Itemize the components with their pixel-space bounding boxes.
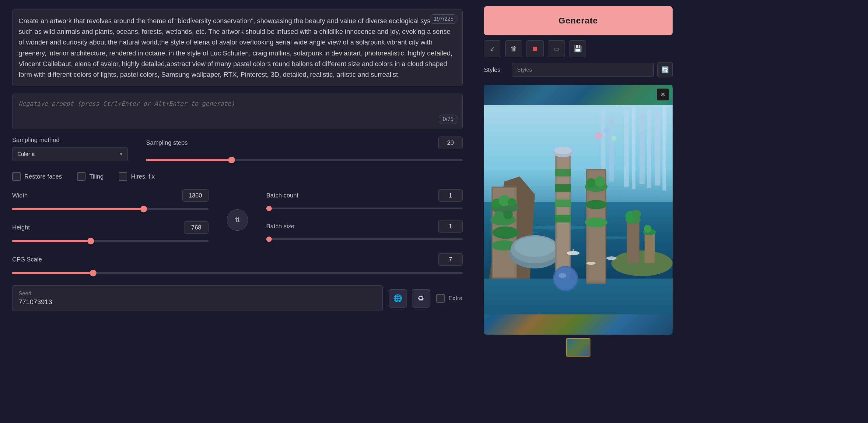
sampling-steps-value[interactable]: 20 <box>438 137 463 149</box>
trash-button[interactable]: 🗑 <box>505 40 522 57</box>
cfg-slider-thumb[interactable] <box>90 270 96 276</box>
svg-point-40 <box>585 200 607 209</box>
svg-point-41 <box>585 218 608 227</box>
styles-select[interactable]: Styles <box>512 63 654 77</box>
sampling-steps-label: Sampling steps <box>146 139 188 146</box>
height-slider-track <box>12 240 209 242</box>
seed-buttons: 🌐 ♻ <box>389 289 430 308</box>
sampling-method-select[interactable]: Euler a <box>12 147 128 161</box>
generated-image: ✕ <box>484 85 673 335</box>
sampling-method-label: Sampling method <box>12 137 128 144</box>
svg-rect-45 <box>627 220 640 263</box>
extra-checkbox[interactable] <box>436 294 445 303</box>
sampling-method-group: Sampling method Euler a ▼ <box>12 137 128 161</box>
styles-row: Styles Styles 🔄 <box>484 62 673 77</box>
save-button[interactable]: 💾 <box>569 40 586 57</box>
seed-input-container[interactable]: Seed 771073913 <box>12 285 382 311</box>
steps-header: Sampling steps 20 <box>146 137 463 149</box>
neg-char-count-badge: 0/75 <box>439 115 458 124</box>
svg-rect-3 <box>640 113 645 185</box>
svg-point-54 <box>606 256 617 260</box>
batch-count-track <box>266 207 463 209</box>
cfg-slider-fill <box>12 272 93 274</box>
seed-section: Seed 771073913 🌐 ♻ Extra <box>12 285 463 311</box>
svg-point-60 <box>554 267 577 290</box>
width-header: Width 1360 <box>12 189 209 202</box>
svg-rect-2 <box>632 108 636 189</box>
batch-count-thumb[interactable] <box>266 206 272 211</box>
styles-refresh-icon: 🔄 <box>661 66 669 74</box>
batch-section: Batch count 1 Batch size <box>266 189 463 242</box>
save-icon: 💾 <box>574 45 582 53</box>
svg-rect-4 <box>647 109 651 188</box>
batch-size-thumb[interactable] <box>266 236 272 242</box>
hires-fix-checkbox[interactable]: Hires. fix <box>119 172 155 181</box>
seed-random-button[interactable]: 🌐 <box>389 289 407 308</box>
batch-count-slider[interactable] <box>266 205 463 212</box>
negative-prompt-container[interactable]: 0/75 <box>12 93 463 129</box>
seed-value: 771073913 <box>19 298 376 306</box>
skip-button[interactable]: ▭ <box>548 40 565 57</box>
prompt-container[interactable]: Create an artwork that revolves around t… <box>12 9 463 86</box>
height-value[interactable]: 768 <box>184 221 209 234</box>
stop-icon: ⏹ <box>532 45 538 53</box>
stop-button[interactable]: ⏹ <box>527 40 544 57</box>
batch-size-value[interactable]: 1 <box>438 220 463 232</box>
batch-size-slider[interactable] <box>266 236 463 242</box>
swap-dimensions-button[interactable]: ⇅ <box>227 209 248 231</box>
tiling-label: Tiling <box>89 173 103 180</box>
generate-button[interactable]: Generate <box>484 6 673 35</box>
close-image-button[interactable]: ✕ <box>657 88 669 101</box>
width-slider-fill <box>12 208 144 210</box>
tiling-checkbox[interactable]: Tiling <box>77 172 103 181</box>
cfg-slider[interactable] <box>12 270 463 277</box>
svg-point-36 <box>554 147 572 154</box>
svg-point-51 <box>644 225 651 232</box>
undo-button[interactable]: ↙ <box>484 40 501 57</box>
cfg-slider-track <box>12 272 463 274</box>
width-slider[interactable] <box>12 205 209 213</box>
tiling-box[interactable] <box>77 172 86 181</box>
height-slider-thumb[interactable] <box>87 238 94 245</box>
svg-point-19 <box>492 226 519 238</box>
svg-point-42 <box>587 178 596 188</box>
hires-fix-box[interactable] <box>119 172 127 181</box>
height-group: Height 768 <box>12 221 209 245</box>
batch-size-group: Batch size 1 <box>266 220 463 242</box>
svg-point-61 <box>558 273 566 278</box>
width-value[interactable]: 1360 <box>182 189 209 202</box>
restore-faces-box[interactable] <box>12 172 21 181</box>
extra-label: Extra <box>448 295 463 302</box>
batch-count-group: Batch count 1 <box>266 189 463 212</box>
cfg-value[interactable]: 7 <box>438 253 463 266</box>
cfg-label: CFG Scale <box>12 256 42 263</box>
seed-recycle-button[interactable]: ♻ <box>412 289 430 308</box>
svg-rect-32 <box>555 184 571 192</box>
styles-label: Styles <box>484 66 508 74</box>
negative-prompt-input[interactable] <box>19 100 456 122</box>
height-slider[interactable] <box>12 237 209 245</box>
restore-faces-checkbox[interactable]: Restore faces <box>12 172 62 181</box>
svg-rect-31 <box>555 169 571 176</box>
batch-count-value[interactable]: 1 <box>438 189 463 202</box>
svg-point-44 <box>612 251 673 276</box>
right-panel: Generate ↙ 🗑 ⏹ ▭ 💾 Styles Styles <box>475 0 682 423</box>
skip-icon: ▭ <box>553 45 560 53</box>
left-panel: Create an artwork that revolves around t… <box>0 0 475 423</box>
styles-refresh-button[interactable]: 🔄 <box>657 62 673 77</box>
svg-point-57 <box>603 128 609 134</box>
hires-fix-label: Hires. fix <box>131 173 155 180</box>
width-slider-thumb[interactable] <box>140 206 147 213</box>
thumbnail-item[interactable] <box>566 338 590 357</box>
char-count-badge: 197/225 <box>430 14 458 24</box>
svg-rect-7 <box>609 115 614 181</box>
batch-count-label: Batch count <box>266 192 299 199</box>
image-display-area: ✕ <box>484 85 673 417</box>
width-slider-track <box>12 208 209 210</box>
height-label: Height <box>12 224 30 231</box>
svg-point-48 <box>632 210 641 219</box>
undo-icon: ↙ <box>490 45 495 53</box>
steps-slider-thumb[interactable] <box>228 157 235 163</box>
cfg-header: CFG Scale 7 <box>12 253 463 266</box>
sampling-steps-slider[interactable] <box>146 156 463 164</box>
